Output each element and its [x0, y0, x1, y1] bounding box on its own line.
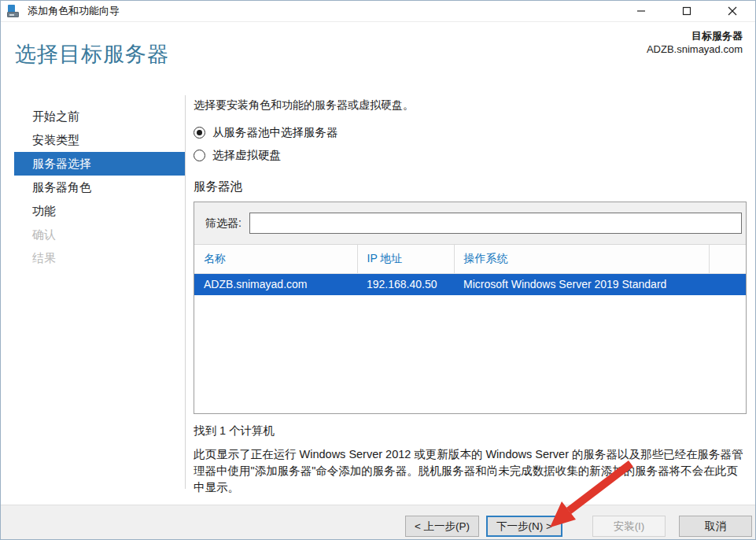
page-description: 选择要安装角色和功能的服务器或虚拟硬盘。 [194, 98, 747, 113]
sidebar-item-server-selection[interactable]: 服务器选择 [14, 152, 185, 176]
filter-input[interactable] [249, 213, 742, 234]
table-header-row: 名称 IP 地址 操作系统 [194, 245, 746, 273]
wizard-steps-sidebar: 开始之前 安装类型 服务器选择 服务器角色 功能 确认 结果 [1, 105, 185, 270]
server-pool-heading: 服务器池 [194, 179, 747, 195]
radio-select-vhd[interactable]: 选择虚拟硬盘 [194, 148, 747, 163]
server-pool-table: 名称 IP 地址 操作系统 ADZB.snimayad.com 192.168.… [194, 245, 746, 295]
maximize-icon[interactable] [664, 1, 710, 21]
page-note: 此页显示了正在运行 Windows Server 2012 或更新版本的 Win… [194, 446, 747, 496]
sidebar-divider [185, 95, 186, 489]
install-button: 安装(I) [592, 516, 666, 537]
sidebar-item-results: 结果 [1, 246, 185, 270]
wizard-server-icon [7, 5, 21, 17]
previous-button[interactable]: < 上一步(P) [405, 516, 479, 537]
radio-select-vhd-label: 选择虚拟硬盘 [212, 148, 281, 163]
table-row-server[interactable]: ADZB.snimayad.com 192.168.40.50 Microsof… [194, 273, 746, 295]
title-bar: 添加角色和功能向导 [1, 1, 755, 22]
sidebar-item-confirmation: 确认 [1, 223, 185, 246]
cancel-button[interactable]: 取消 [679, 516, 752, 537]
sidebar-item-before-you-begin[interactable]: 开始之前 [1, 105, 185, 128]
sidebar-item-server-roles[interactable]: 服务器角色 [1, 176, 185, 199]
server-os-cell: Microsoft Windows Server 2019 Standard [454, 273, 709, 295]
wizard-footer: < 上一步(P) 下一步(N) > 安装(I) 取消 [1, 505, 755, 540]
filter-label: 筛选器: [205, 216, 242, 231]
target-server-label: 目标服务器 [647, 29, 743, 43]
radio-select-from-pool[interactable]: 从服务器池中选择服务器 [194, 125, 747, 140]
radio-select-from-pool-label: 从服务器池中选择服务器 [212, 125, 338, 140]
sidebar-item-installation-type[interactable]: 安装类型 [1, 128, 185, 152]
target-server-name: ADZB.snimayad.com [647, 43, 743, 56]
minimize-icon[interactable] [618, 1, 664, 21]
column-header-empty [709, 245, 746, 273]
radio-unselected-icon[interactable] [194, 150, 205, 161]
column-header-name[interactable]: 名称 [194, 245, 357, 273]
target-server-block: 目标服务器 ADZB.snimayad.com [647, 29, 743, 56]
column-header-os[interactable]: 操作系统 [454, 245, 709, 273]
radio-selected-icon[interactable] [194, 127, 205, 139]
filter-bar: 筛选器: [194, 202, 746, 245]
wizard-header: 选择目标服务器 目标服务器 ADZB.snimayad.com [1, 23, 755, 87]
server-ip-cell: 192.168.40.50 [357, 273, 454, 295]
server-name-cell: ADZB.snimayad.com [194, 273, 357, 295]
column-header-ip[interactable]: IP 地址 [357, 245, 454, 273]
next-button[interactable]: 下一步(N) > [486, 516, 562, 537]
close-icon[interactable] [710, 1, 755, 21]
server-pool-panel: 筛选器: 名称 IP 地址 操作系统 ADZB.snimayad.com 192… [194, 202, 747, 414]
window-controls [618, 1, 755, 21]
main-content: 选择要安装角色和功能的服务器或虚拟硬盘。 从服务器池中选择服务器 选择虚拟硬盘 … [194, 98, 747, 496]
sidebar-item-features[interactable]: 功能 [1, 199, 185, 223]
computers-found-status: 找到 1 个计算机 [194, 423, 747, 438]
page-title: 选择目标服务器 [15, 40, 169, 68]
window-title: 添加角色和功能向导 [28, 4, 120, 18]
